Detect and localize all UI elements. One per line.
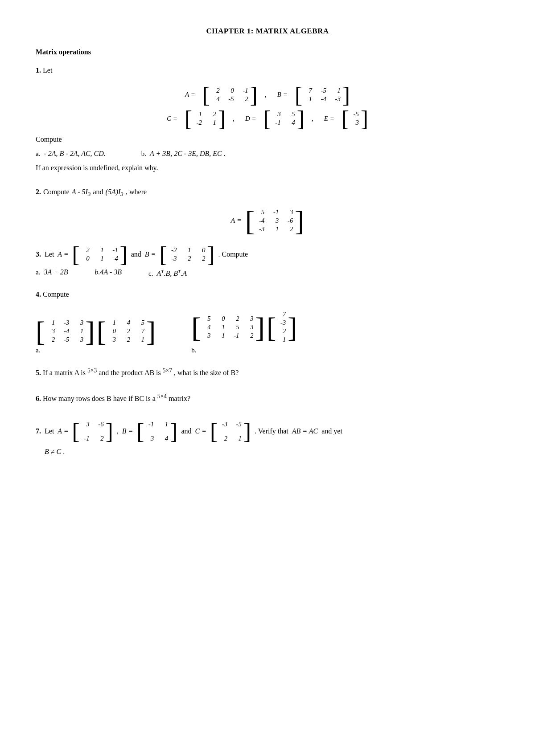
- matrix-C-7: [ -3-5 21 ]: [210, 417, 251, 446]
- and-2: and: [93, 186, 103, 199]
- expr2: (5A)I3: [106, 186, 123, 200]
- problem-1-intro: Let: [43, 66, 52, 74]
- matrix-A: [ 20-1 4-52 ]: [202, 85, 258, 105]
- problem-4-number: 4.: [36, 290, 41, 298]
- part-a: a. - 2A, B - 2A, AC, CD.: [36, 150, 106, 158]
- matrix-C-label: C =: [167, 115, 177, 123]
- matrix-B-label: B =: [277, 91, 288, 98]
- problem-3-number: 3.: [36, 250, 41, 258]
- where-2: , where: [126, 186, 147, 199]
- problem-1-number: 1.: [36, 66, 41, 74]
- problem-7: 7. Let A = [ 3-6 -12 ] , B = [ -11 34 ] …: [36, 417, 499, 456]
- part-3a: a. 3A + 2B: [36, 268, 68, 276]
- problem-4b: [ 5023 4153 31-12 ] [ 7 -3 2 1: [191, 310, 297, 354]
- matrix-A-label: A =: [185, 91, 195, 98]
- matrix-D: [ 35 -14 ]: [263, 109, 305, 128]
- part-3c: c. AT.B, BT.A: [148, 268, 187, 277]
- part-b: b. A + 3B, 2C - 3E, DB, EC .: [141, 150, 226, 158]
- matrix-B-7: [ -11 34 ]: [136, 417, 177, 446]
- matrix-A-3: [ 21-1 01-4 ]: [72, 245, 128, 264]
- compute-label: Compute: [36, 133, 499, 146]
- chapter-title: CHAPTER 1: MATRIX ALGEBRA: [36, 27, 499, 36]
- problem-6-number: 6.: [36, 395, 41, 402]
- section-title: Matrix operations: [36, 48, 499, 56]
- matrix-A-2: [ 5-13 -43-6 -312 ]: [245, 208, 305, 234]
- expr1: A - 5I3: [72, 186, 91, 200]
- problem-7-number: 7.: [36, 424, 41, 438]
- problem-2: 2. Compute A - 5I3 and (5A)I3 , where A …: [36, 186, 499, 234]
- matrix-B-3: [ -210 -322 ]: [159, 245, 214, 264]
- bracket-right: ]: [250, 85, 258, 105]
- problem-4: 4. Compute [ 1-33 3-41 2-53 ] [ 1: [36, 288, 499, 355]
- bracket-left: [: [202, 85, 210, 105]
- matrix-E: [ -5 3 ]: [342, 109, 368, 128]
- problem-3-parts: a. 3A + 2B b.4A - 3B c. AT.B, BT.A: [36, 268, 499, 277]
- and-7: and: [181, 424, 191, 438]
- problem-1-footnote: If an expression is undefined, explain w…: [36, 161, 499, 175]
- matrix-C: [ 12 -21 ]: [185, 109, 226, 128]
- matrix-A-7: [ 3-6 -12 ]: [72, 417, 113, 446]
- part-3b: b.4A - 3B: [95, 268, 122, 276]
- matrix-E-label: E =: [324, 115, 334, 123]
- problem-6: 6. How many rows does B have if BC is a …: [36, 391, 499, 406]
- problem-2-number: 2.: [36, 186, 41, 199]
- part-a-text: - 2A, B - 2A, AC, CD.: [44, 150, 105, 157]
- problem-1: 1. Let A = [ 20-1 4-52 ] , B = [ 7-51 1-…: [36, 64, 499, 175]
- comma-1: ,: [265, 91, 267, 99]
- and-3: and: [131, 250, 141, 258]
- problem-3: 3. Let A = [ 21-1 01-4 ] and B = [ -210 …: [36, 245, 499, 278]
- matrix-B: [ 7-51 1-4-3 ]: [295, 85, 350, 105]
- problem-5-number: 5.: [36, 369, 41, 377]
- problem-4a: [ 1-33 3-41 2-53 ] [ 145 027 321 ]: [36, 318, 156, 354]
- A-label-2: A =: [231, 217, 242, 225]
- problem-5: 5. If a matrix A is 5×3 and the product …: [36, 365, 499, 380]
- problem-1-parts: a. - 2A, B - 2A, AC, CD. b. A + 3B, 2C -…: [36, 150, 499, 158]
- part-b-text: A + 3B, 2C - 3E, DB, EC: [150, 150, 222, 157]
- matrix-D-label: D =: [245, 115, 256, 123]
